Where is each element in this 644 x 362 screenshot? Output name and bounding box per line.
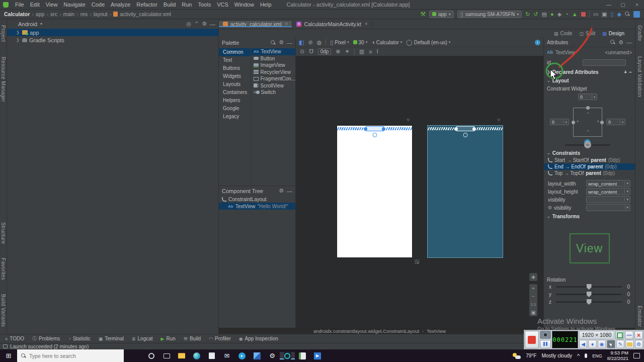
- device-dropdown[interactable]: ▯ samsung SM-A705FN ▾: [457, 11, 522, 18]
- close-icon[interactable]: ×: [365, 21, 368, 27]
- breadcrumb-item[interactable]: Calculator: [4, 11, 30, 17]
- tool-window-button[interactable]: ≡ TODO: [5, 336, 24, 341]
- tool-window-tab[interactable]: Resource Manager: [1, 53, 6, 106]
- gear-icon[interactable]: ⚙: [202, 21, 207, 27]
- pack-icon[interactable]: ▥: [359, 48, 364, 55]
- design-view-preview[interactable]: ⑂: [337, 126, 412, 257]
- attribute-field-dropdown[interactable]: wrap_content ▾: [586, 180, 630, 187]
- search-icon[interactable]: [610, 40, 615, 45]
- constraint-handle[interactable]: [364, 127, 367, 131]
- run-config-dropdown[interactable]: app ▾: [429, 11, 454, 18]
- search-everywhere-icon[interactable]: [625, 12, 630, 17]
- issue-panel-icon[interactable]: i: [535, 40, 540, 45]
- constraint-row[interactable]: End → EndOf parent (0dp): [544, 163, 635, 170]
- end-anchor[interactable]: [600, 121, 604, 124]
- toolbar-icon[interactable]: ↺: [533, 12, 538, 17]
- margin-start-dropdown[interactable]: 0▾: [550, 119, 569, 125]
- blueprint-view-preview[interactable]: ⑂: [428, 126, 503, 257]
- design-breadcrumb-item[interactable]: androidx.constraintlayout.widget.Constra…: [313, 328, 424, 334]
- zoom-out-button[interactable]: −: [532, 292, 535, 300]
- palette-component[interactable]: TextView: [251, 48, 295, 55]
- menu-item[interactable]: Navigate: [60, 2, 88, 8]
- palette-component[interactable]: FragmentCon...: [251, 75, 295, 82]
- horizontal-bias-slider[interactable]: 50: [565, 144, 610, 146]
- chevron-down-icon[interactable]: ⌄: [547, 214, 550, 219]
- toolbar-icon[interactable]: ▲: [572, 12, 578, 17]
- taskbar-app-icon[interactable]: [204, 352, 219, 359]
- design-canvas[interactable]: ⑂ ⑂ ✚ + − 1:1 ▣: [296, 56, 543, 328]
- taskbar-search[interactable]: [17, 349, 124, 362]
- taskbar-app-icon[interactable]: [280, 352, 295, 359]
- palette-component[interactable]: ScrollView: [251, 82, 295, 89]
- close-icon[interactable]: ×: [285, 21, 288, 27]
- menu-item[interactable]: Analyze: [108, 2, 133, 8]
- toolbar-icon[interactable]: ▤: [542, 12, 547, 17]
- infer-constraints-icon[interactable]: ✶: [345, 48, 350, 55]
- menu-item[interactable]: File: [12, 2, 27, 8]
- chevron-down-icon[interactable]: ⌄: [547, 78, 550, 83]
- design-breadcrumb-item[interactable]: TextView: [427, 328, 449, 334]
- palette-category[interactable]: Google: [219, 105, 251, 113]
- tool-window-button[interactable]: ≣ Logcat: [132, 336, 153, 341]
- taskbar-app-icon[interactable]: [159, 353, 174, 358]
- taskbar-app-icon[interactable]: [250, 352, 265, 359]
- selected-textview[interactable]: [366, 126, 384, 131]
- rotation-slider[interactable]: [556, 286, 622, 288]
- palette-component[interactable]: ImageView: [251, 62, 295, 69]
- constraint-handle[interactable]: [382, 127, 385, 131]
- build-hammer-icon[interactable]: ⚒: [420, 11, 426, 18]
- recorder-minimize-button[interactable]: —: [625, 331, 633, 339]
- breadcrumb-item[interactable]: main: [63, 11, 74, 17]
- align-icon[interactable]: ≡: [369, 49, 372, 55]
- palette-component[interactable]: Button: [251, 55, 295, 62]
- zoom-in-button[interactable]: +: [532, 284, 535, 292]
- tool-window-button[interactable]: ▶ Run: [161, 336, 176, 341]
- tool-window-button[interactable]: ◔ Statistic: [68, 336, 90, 341]
- taskbar-app-icon[interactable]: [144, 353, 159, 359]
- window-control-button[interactable]: —: [602, 2, 616, 8]
- toolbar-icon[interactable]: ◆: [617, 12, 621, 17]
- menu-item[interactable]: Window: [231, 2, 257, 8]
- window-control-button[interactable]: ▢: [616, 2, 630, 8]
- autoconnect-magnet-icon[interactable]: ℧: [309, 48, 313, 55]
- recorder-cursor-button[interactable]: [607, 340, 615, 348]
- expand-chevron-icon[interactable]: ❯: [16, 30, 20, 35]
- rotation-slider[interactable]: [556, 294, 622, 295]
- transforms-section[interactable]: ⌄ Transforms: [544, 212, 635, 221]
- menu-item[interactable]: Run: [179, 2, 195, 8]
- slider-thumb[interactable]: [587, 299, 592, 305]
- breadcrumb-item[interactable]: res: [80, 11, 88, 17]
- remove-attribute-button[interactable]: −: [629, 69, 632, 75]
- taskbar-app-icon[interactable]: [174, 353, 189, 358]
- taskbar-app-icon[interactable]: ⚙: [265, 352, 280, 359]
- device-selector[interactable]: ▯ Pixel ▾: [330, 39, 349, 46]
- baseline-handle[interactable]: [463, 133, 467, 137]
- language-indicator[interactable]: ENG: [592, 353, 602, 358]
- bias-knob[interactable]: 50: [584, 141, 591, 148]
- constraints-section[interactable]: ⌄ Constraints: [544, 149, 635, 157]
- menu-item[interactable]: Refactor: [133, 2, 160, 8]
- menu-item[interactable]: Build: [160, 2, 179, 8]
- tool-window-tab[interactable]: Structure: [1, 218, 6, 248]
- search-icon[interactable]: [271, 40, 276, 45]
- taskbar-app-icon[interactable]: ▸: [234, 352, 250, 359]
- margin-top-dropdown[interactable]: 0▾: [578, 94, 597, 100]
- menu-item[interactable]: Code: [89, 2, 108, 8]
- recorder-close-button[interactable]: ×: [634, 331, 643, 339]
- start-button[interactable]: ⊞: [0, 349, 17, 362]
- recorder-pause-button[interactable]: [540, 340, 551, 349]
- hide-panel-icon[interactable]: —: [287, 40, 292, 46]
- stop-icon[interactable]: [581, 12, 586, 17]
- recorder-mic-button[interactable]: ♦: [588, 340, 596, 348]
- show-hidden-icons[interactable]: ^: [577, 353, 580, 359]
- constraint-row[interactable]: Top → TopOf parent (0dp): [544, 170, 635, 176]
- hide-panel-icon[interactable]: —: [210, 21, 215, 27]
- palette-category[interactable]: Legacy: [219, 113, 251, 121]
- action-center-icon[interactable]: [633, 353, 640, 358]
- menu-item[interactable]: Edit: [27, 2, 43, 8]
- weather-temp[interactable]: 79°F: [526, 353, 536, 358]
- palette-component[interactable]: Switch: [251, 89, 295, 96]
- weather-icon[interactable]: [513, 353, 521, 359]
- menu-item[interactable]: Tools: [195, 2, 214, 8]
- locale-selector[interactable]: ◯ Default (en-us) ▾: [406, 39, 450, 46]
